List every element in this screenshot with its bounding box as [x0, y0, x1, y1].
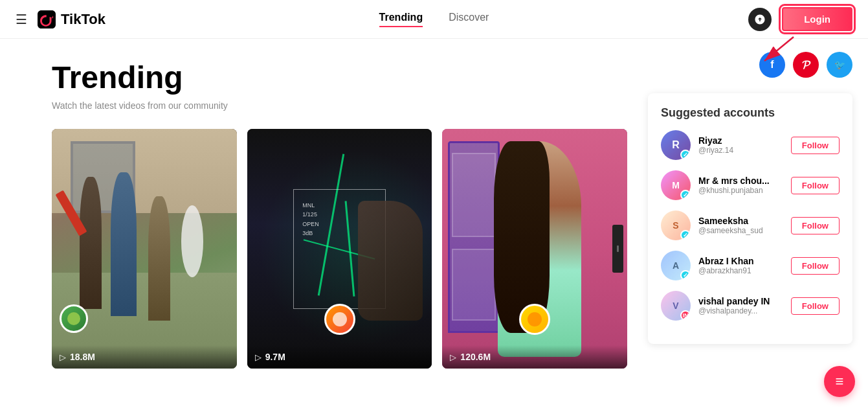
account-handle-riyaz: @riyaz.14: [698, 146, 783, 155]
twitter-icon: 🐦: [834, 60, 845, 70]
video-card-1[interactable]: ▷ 18.8M: [52, 129, 237, 369]
account-name-abraz: Abraz I Khan: [698, 256, 783, 266]
video-overlay-1: ▷ 18.8M: [52, 345, 237, 369]
play-icon-2: ▷: [255, 352, 262, 362]
header: ☰ TikTok Trending Discover Login: [0, 0, 868, 39]
follow-button-sameeksha[interactable]: Follow: [791, 217, 840, 234]
video-grid: ▷ 18.8M MNL1/125OPEN3dB: [52, 129, 627, 369]
account-item-mrs: M ✓ Mr & mrs chou... @khushi.punjaban Fo…: [661, 170, 840, 200]
avatar-vishal: V IN: [661, 291, 691, 321]
view-count-2: 9.7M: [265, 352, 285, 362]
follow-button-riyaz[interactable]: Follow: [791, 137, 840, 154]
account-item-riyaz: R ✓ Riyaz @riyaz.14 Follow: [661, 130, 840, 160]
upload-icon: [754, 14, 766, 25]
pinterest-button[interactable]: 𝓟: [793, 52, 819, 78]
account-info-vishal: vishal pandey IN @vishalpandey...: [698, 296, 783, 315]
page-subtitle: Watch the latest videos from our communi…: [52, 100, 627, 111]
main-container: Trending Watch the latest videos from ou…: [0, 39, 868, 389]
sidebar: f 𝓟 🐦 Suggested accounts R ✓ Riyaz @riya…: [648, 39, 868, 389]
account-info-abraz: Abraz I Khan @abrazkhan91: [698, 256, 783, 275]
video-card-3[interactable]: ▷ 120.6M: [442, 129, 627, 369]
view-count-3: 120.6M: [460, 352, 491, 362]
nav-discover[interactable]: Discover: [449, 12, 489, 27]
content-area: Trending Watch the latest videos from ou…: [0, 39, 648, 389]
view-count-1: 18.8M: [70, 352, 95, 362]
nav-trending[interactable]: Trending: [379, 12, 423, 27]
upload-button[interactable]: [748, 8, 772, 31]
account-handle-mrs: @khushi.punjaban: [698, 186, 783, 195]
logo-text: TikTok: [61, 11, 106, 28]
page-title: Trending: [52, 60, 627, 95]
avatar-sameeksha: S ✓: [661, 211, 691, 240]
play-icon-3: ▷: [450, 352, 456, 362]
follow-button-mrs[interactable]: Follow: [791, 177, 840, 194]
social-icons: f 𝓟 🐦: [648, 52, 852, 78]
video-card-2[interactable]: MNL1/125OPEN3dB ▷ 9.7M: [247, 129, 432, 369]
avatar-riyaz: R ✓: [661, 130, 691, 160]
account-item-abraz: A ✓ Abraz I Khan @abrazkhan91 Follow: [661, 251, 840, 280]
video-overlay-3: ▷ 120.6M: [442, 345, 627, 369]
account-name-vishal: vishal pandey IN: [698, 296, 783, 306]
account-name-mrs: Mr & mrs chou...: [698, 176, 783, 186]
verified-badge-sameeksha: ✓: [680, 230, 691, 240]
account-name-sameeksha: Sameeksha: [698, 216, 783, 226]
suggested-title: Suggested accounts: [661, 106, 840, 120]
verified-badge-vishal: IN: [680, 310, 691, 321]
follow-button-abraz[interactable]: Follow: [791, 257, 840, 275]
verified-badge-riyaz: ✓: [680, 150, 691, 160]
account-handle-sameeksha: @sameeksha_sud: [698, 226, 783, 235]
header-nav: Trending Discover: [379, 12, 489, 27]
header-right: Login: [748, 7, 852, 31]
account-item-sameeksha: S ✓ Sameeksha @sameeksha_sud Follow: [661, 211, 840, 240]
verified-badge-mrs: ✓: [680, 190, 691, 200]
svg-line-1: [764, 37, 794, 61]
verified-badge-abraz: ✓: [680, 270, 691, 280]
avatar-abraz: A ✓: [661, 251, 691, 280]
suggested-accounts-card: Suggested accounts R ✓ Riyaz @riyaz.14 F…: [648, 93, 852, 344]
account-info-mrs: Mr & mrs chou... @khushi.punjaban: [698, 176, 783, 195]
video-overlay-2: ▷ 9.7M: [247, 345, 432, 369]
account-handle-abraz: @abrazkhan91: [698, 266, 783, 275]
account-item-vishal: V IN vishal pandey IN @vishalpandey... F…: [661, 291, 840, 321]
account-info-sameeksha: Sameeksha @sameeksha_sud: [698, 216, 783, 235]
pinterest-icon: 𝓟: [802, 58, 810, 72]
avatar-mrs: M ✓: [661, 170, 691, 200]
twitter-button[interactable]: 🐦: [827, 52, 852, 78]
camera-overlay-text: MNL1/125OPEN3dB: [302, 201, 319, 238]
login-button[interactable]: Login: [782, 7, 852, 31]
account-info-riyaz: Riyaz @riyaz.14: [698, 135, 783, 155]
account-name-riyaz: Riyaz: [698, 135, 783, 146]
play-icon-1: ▷: [60, 352, 66, 362]
float-icon: ≡: [836, 373, 844, 389]
header-left: ☰ TikTok: [16, 10, 106, 28]
hamburger-icon[interactable]: ☰: [16, 12, 27, 27]
account-handle-vishal: @vishalpandey...: [698, 306, 783, 315]
follow-button-vishal[interactable]: Follow: [791, 297, 840, 315]
arrow-indicator-icon: [758, 34, 797, 66]
tiktok-logo-icon: [38, 10, 56, 28]
